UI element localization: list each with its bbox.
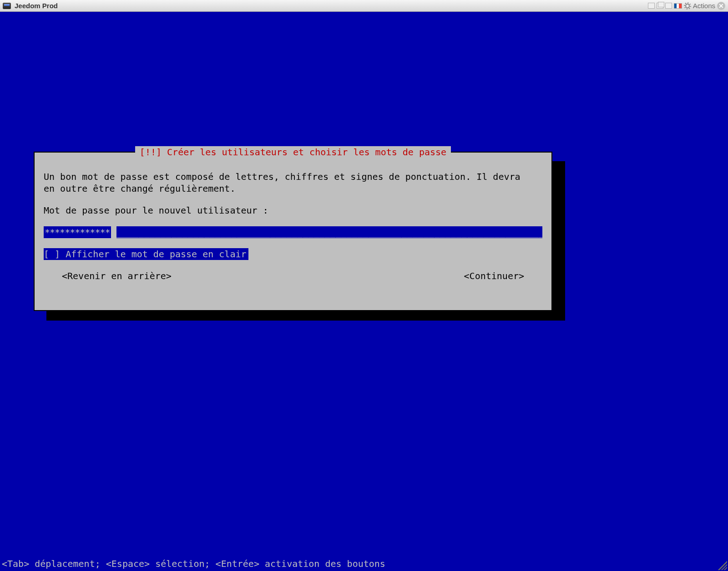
password-input[interactable]: ************* __________________________… — [44, 226, 542, 238]
resize-grip-icon[interactable] — [718, 561, 727, 570]
toolbar-button-2[interactable] — [657, 3, 663, 9]
toolbar-button-3[interactable] — [665, 3, 672, 9]
window-titlebar: Jeedom Prod Actions ✕ — [0, 0, 728, 12]
installer-dialog: [!!] Créer les utilisateurs et choisir l… — [34, 152, 552, 311]
toolbar-button-1[interactable] — [648, 3, 655, 9]
gear-icon — [684, 2, 691, 10]
actions-menu[interactable]: Actions — [684, 2, 715, 10]
continue-button[interactable]: <Continuer> — [464, 270, 524, 282]
actions-label: Actions — [693, 2, 715, 10]
show-password-checkbox[interactable]: [ ] Afficher le mot de passe en clair — [44, 248, 248, 260]
password-prompt: Mot de passe pour le nouvel utilisateur … — [44, 204, 542, 216]
app-icon — [3, 3, 11, 9]
dialog-title: [!!] Créer les utilisateurs et choisir l… — [135, 146, 451, 158]
password-masked-value: ************* — [44, 226, 111, 238]
flag-france-icon[interactable] — [674, 3, 682, 9]
console-screen: [!!] Créer les utilisateurs et choisir l… — [0, 12, 728, 571]
back-button[interactable]: <Revenir en arrière> — [62, 270, 172, 282]
close-button[interactable]: ✕ — [717, 2, 725, 10]
text-cursor — [111, 226, 116, 238]
dialog-description: Un bon mot de passe est composé de lettr… — [44, 171, 542, 194]
window-title: Jeedom Prod — [15, 2, 58, 10]
help-line: <Tab> déplacement; <Espace> sélection; <… — [2, 558, 385, 569]
password-underline-fill: ________________________________________… — [116, 226, 542, 238]
